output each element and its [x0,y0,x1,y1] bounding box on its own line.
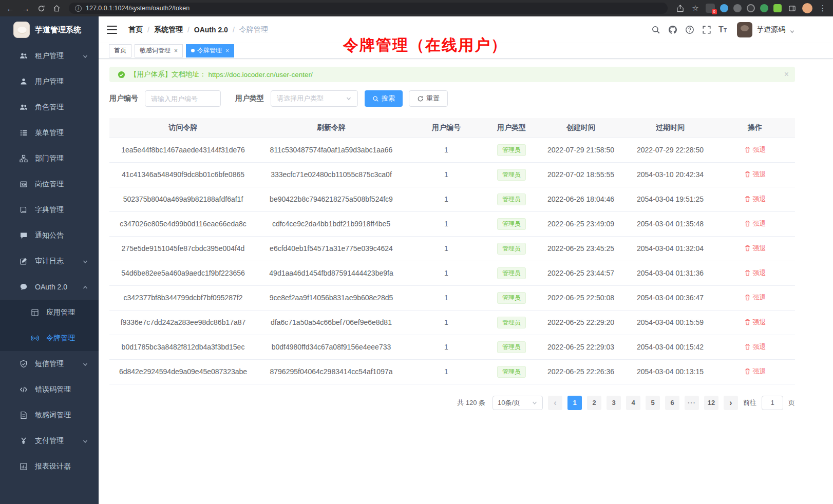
refresh-token-cell: 8796295f04064c2983414cc54af1097a [257,359,406,384]
page-button-12[interactable]: 12 [704,396,718,410]
app-title: 芋道管理系统 [35,25,81,35]
sidebar-item[interactable]: 角色管理 [0,94,99,120]
sidebar: 芋道管理系统 租户管理用户管理角色管理菜单管理部门管理岗位管理字典管理通知公告审… [0,16,99,504]
force-logout-button[interactable]: 强退 [744,342,766,352]
forward-icon[interactable]: → [21,3,31,13]
text-size-icon[interactable]: TT [718,26,727,33]
people-icon [20,103,28,111]
user-menu[interactable]: 芋道源码 [737,22,795,37]
tree-icon [20,154,28,163]
page-size-select[interactable]: 10条/页 [493,396,543,410]
github-icon[interactable] [668,25,677,35]
next-page-button[interactable]: › [724,396,738,410]
close-icon[interactable]: × [174,48,178,54]
split-view-icon[interactable] [787,3,797,13]
sidebar-item[interactable]: OAuth 2.0 [0,274,99,300]
force-logout-button[interactable]: 强退 [744,293,766,302]
trash-icon [744,245,751,251]
force-logout-button[interactable]: 强退 [744,268,766,278]
page-button-6[interactable]: 6 [665,396,679,410]
sidebar-item[interactable]: 岗位管理 [0,171,99,197]
breadcrumb-item[interactable]: 首页 [128,25,143,34]
extension-dark-icon[interactable] [747,4,755,12]
sidebar-item-label: 应用管理 [46,308,75,317]
browser-menu-icon[interactable]: ⋮ [818,3,828,13]
sidebar-item[interactable]: 通知公告 [0,223,99,248]
user-type-cell: 管理员 [487,359,536,384]
fullscreen-icon[interactable] [702,25,711,35]
reload-icon[interactable] [36,3,46,13]
extension-badge-count: 0 [712,9,717,14]
page-button-2[interactable]: 2 [587,396,601,410]
search-icon [372,95,379,102]
force-logout-button[interactable]: 强退 [744,244,766,253]
force-logout-button[interactable]: 强退 [744,219,766,228]
user-name: 芋道源码 [756,25,785,34]
sidebar-item-label: 审计日志 [35,257,64,266]
page-button-4[interactable]: 4 [626,396,640,410]
sidebar-item[interactable]: 错误码管理 [0,377,99,402]
sidebar-item[interactable]: 支付管理 [0,428,99,454]
back-icon[interactable]: ← [5,3,15,13]
sidebar-item[interactable]: 敏感词管理 [0,402,99,428]
view-tab[interactable]: 敏感词管理× [135,44,183,57]
close-icon[interactable]: × [225,48,229,54]
browser-profile-avatar[interactable] [802,3,812,13]
expire-time-cell: 2054-03-04 01:32:04 [626,236,715,261]
page-button-3[interactable]: 3 [607,396,621,410]
page-button-5[interactable]: 5 [646,396,660,410]
sidebar-item[interactable]: 短信管理 [0,351,99,377]
app-logo[interactable]: 芋道管理系统 [0,16,99,43]
address-bar[interactable]: i 127.0.0.1:1024/system/oauth2/token [69,3,668,14]
more-pages-button[interactable]: ··· [685,396,699,410]
help-icon[interactable] [685,25,694,35]
chevron-down-icon [82,258,88,264]
refresh-token-cell: cdfc4ce9c2da4bb1bdf21b9918ff4be5 [257,211,406,236]
doc-link[interactable]: https://doc.iocoder.cn/user-center/ [209,71,313,79]
reset-button[interactable]: 重置 [409,90,448,107]
page-button-1[interactable]: 1 [567,396,582,410]
sidebar-item[interactable]: 报表设计器 [0,454,99,479]
share-icon[interactable] [675,3,685,13]
site-info-icon[interactable]: i [75,5,82,12]
home-icon[interactable] [51,3,62,13]
sidebar-item[interactable]: 菜单管理 [0,120,99,146]
sidebar-item[interactable]: 部门管理 [0,146,99,171]
expire-time-cell: 2054-03-04 00:15:42 [626,335,715,359]
sidebar-item[interactable]: 令牌管理 [0,325,99,351]
sidebar-item[interactable]: 审计日志 [0,248,99,274]
force-logout-button[interactable]: 强退 [744,318,766,327]
user-id-input[interactable] [145,90,221,107]
extension-badge-icon[interactable]: 0 [706,4,715,13]
pagination: 共 120 条 10条/页 ‹ 123456···12 › 前往 页 [109,396,795,410]
extension-puzzle-icon[interactable] [773,4,782,12]
force-logout-button[interactable]: 强退 [744,367,766,376]
extension-blue-icon[interactable] [720,4,728,12]
view-tab[interactable]: 首页 [109,44,131,57]
sidebar-item[interactable]: 用户管理 [0,69,99,94]
view-tab[interactable]: 令牌管理× [186,44,234,57]
page-content: 【用户体系】文档地址： https://doc.iocoder.cn/user-… [99,59,833,504]
sidebar-item[interactable]: 字典管理 [0,197,99,223]
breadcrumb-item[interactable]: 系统管理 [154,25,183,34]
sidebar-menu: 租户管理用户管理角色管理菜单管理部门管理岗位管理字典管理通知公告审计日志OAut… [0,43,99,479]
user-type-select[interactable]: 请选择用户类型 [271,90,358,107]
user-id-cell: 1 [406,187,487,211]
extension-gray-icon[interactable] [733,4,742,12]
goto-page-input[interactable] [762,396,783,410]
extension-green-icon[interactable] [760,4,768,12]
force-logout-button[interactable]: 强退 [744,170,766,179]
sidebar-item[interactable]: 租户管理 [0,43,99,69]
bookmark-star-icon[interactable]: ☆ [690,3,701,13]
prev-page-button[interactable]: ‹ [548,396,562,410]
sidebar-item[interactable]: 应用管理 [0,300,99,325]
search-button[interactable]: 搜索 [365,90,403,107]
force-logout-button[interactable]: 强退 [744,145,766,154]
force-logout-button[interactable]: 强退 [744,195,766,204]
breadcrumb-item[interactable]: OAuth 2.0 [194,26,228,34]
breadcrumb-separator: / [147,26,149,34]
search-icon[interactable] [651,25,660,35]
hamburger-icon[interactable] [107,26,117,34]
close-icon[interactable]: × [784,70,789,79]
header-actions: TT 芋道源码 [651,22,795,37]
